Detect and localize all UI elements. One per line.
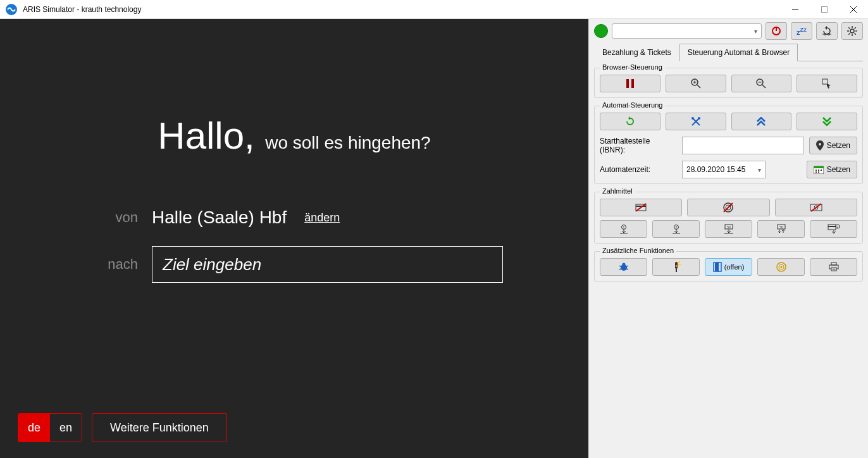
group-payment: Zahlmittel 1 2 50 50 2 [594,192,863,244]
minimize-button[interactable] [781,0,810,19]
control-panel: ▾ zZZ Bezahlung & Tickets Steuerung Auto… [588,19,868,458]
note-split-50-button[interactable]: 50 [757,220,805,238]
to-label: nach [92,256,152,273]
maintenance-button[interactable] [666,113,726,130]
start-stop-set-button[interactable]: Setzen [809,137,857,154]
sleep-button[interactable]: zZZ [791,22,812,40]
zoom-out-button[interactable] [731,75,792,92]
svg-line-27 [762,85,766,88]
tab-payment-tickets[interactable]: Bezahlung & Tickets [594,44,679,61]
greeting-headline: Hallo, [158,114,254,157]
maximize-button [810,0,839,19]
svg-line-17 [855,34,856,35]
svg-rect-29 [822,79,828,84]
svg-line-76 [619,266,621,267]
svg-rect-2 [822,6,828,12]
svg-rect-41 [821,170,822,171]
zoom-in-button[interactable] [666,75,726,92]
svg-marker-31 [628,116,630,120]
disable-notes-button[interactable] [775,199,857,216]
language-toggle: de en [18,413,82,442]
svg-point-75 [622,263,625,266]
time-label: Automatenzeit: [600,165,677,174]
svg-text:50: 50 [727,225,731,229]
svg-text:2: 2 [675,225,677,229]
print-button[interactable] [810,258,857,276]
chevron-down-icon: ▾ [758,166,761,173]
svg-rect-38 [814,166,824,168]
disable-coins-button[interactable] [687,199,769,216]
svg-point-82 [675,265,677,267]
svg-line-77 [626,266,628,267]
door-open-button[interactable]: (offen) [705,258,752,276]
greeting-sub: wo soll es hingehen? [265,133,431,152]
start-stop-input[interactable] [682,137,804,154]
note-insert-50-button[interactable]: 50 [705,220,752,238]
lang-en[interactable]: en [50,414,82,442]
from-station: Halle (Saale) Hbf [152,207,287,228]
from-label: von [92,209,152,226]
pin-icon [816,140,824,151]
restart-button[interactable] [600,113,660,130]
svg-point-34 [691,117,694,120]
reset-position-button[interactable] [816,22,838,40]
svg-marker-7 [825,26,827,30]
svg-line-19 [855,27,856,28]
svg-rect-39 [815,170,817,171]
svg-marker-30 [827,84,831,89]
start-stop-label: Starthaltestelle (IBNR): [600,137,677,154]
group-extra-title: Zusätzliche Funktionen [600,247,676,254]
scroll-down-button[interactable] [797,113,857,130]
group-extra: Zusätzliche Funktionen (offen) [594,251,863,282]
destination-input[interactable]: Ziel eingeben [152,246,503,283]
lang-de[interactable]: de [18,414,50,442]
coin-insert-1-button[interactable]: 1 [600,220,647,238]
svg-point-88 [780,266,782,268]
status-indicator [594,24,608,38]
change-from-link[interactable]: ändern [304,211,340,225]
profile-combo[interactable]: ▾ [612,23,762,39]
more-functions-button[interactable]: Weitere Funktionen [92,413,227,442]
app-icon [4,2,19,17]
debug-button[interactable] [600,258,647,276]
signal-button[interactable] [652,258,700,276]
svg-point-11 [850,29,854,33]
close-button[interactable] [839,0,868,19]
kiosk-screen: Hallo, wo soll es hingehen? von Halle (S… [0,19,588,458]
coin-insert-2-button[interactable]: 2 [652,220,700,238]
svg-rect-20 [626,79,629,88]
group-payment-title: Zahlmittel [600,187,635,195]
pause-button[interactable] [600,75,660,92]
time-combo[interactable]: 28.09.2020 15:45 ▾ [682,161,766,178]
settings-button[interactable] [841,22,863,40]
svg-rect-91 [831,268,836,271]
svg-rect-21 [631,79,634,88]
disc-button[interactable] [757,258,805,276]
svg-line-16 [848,27,850,28]
svg-rect-43 [818,171,819,173]
titlebar: ARIS Simulator - krauth technology [0,0,868,19]
svg-line-46 [636,204,646,211]
time-set-button[interactable]: Setzen [807,161,857,178]
scroll-up-button[interactable] [731,113,792,130]
svg-line-78 [619,269,621,269]
svg-line-52 [811,204,821,211]
destination-placeholder: Ziel eingeben [163,255,261,275]
select-region-button[interactable] [797,75,857,92]
group-automat-title: Automat-Steuerung [600,101,665,109]
power-button[interactable] [766,22,787,40]
svg-text:1: 1 [623,225,624,229]
disable-card-button[interactable] [600,199,682,216]
svg-rect-45 [636,206,646,207]
tab-automat-browser[interactable]: Steuerung Automat & Browser [679,44,798,61]
group-browser-title: Browser-Steuerung [600,63,665,71]
chevron-down-icon: ▾ [754,28,757,35]
svg-line-23 [697,85,700,88]
svg-rect-40 [818,170,819,171]
group-automat-control: Automat-Steuerung Starthaltestelle (IBNR… [594,106,863,184]
svg-text:50: 50 [779,225,783,229]
card-coin-button[interactable]: 2 [810,220,857,238]
svg-marker-85 [715,262,719,272]
svg-point-36 [819,143,821,145]
group-browser-control: Browser-Steuerung [594,68,863,98]
